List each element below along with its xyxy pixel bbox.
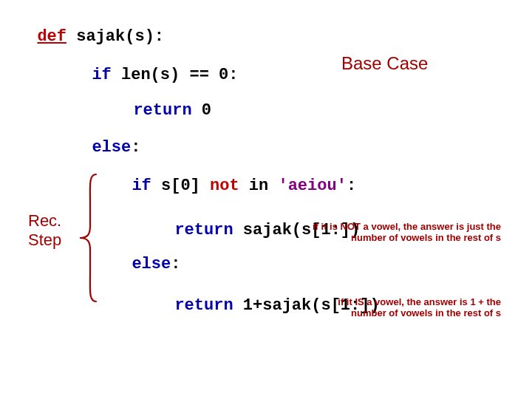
code-line-2: if len(s) == 0: [72, 47, 238, 84]
kw-if: if [132, 177, 151, 195]
annot-rec-line2: Step [28, 231, 61, 249]
code-text: sajak(s): [66, 27, 164, 46]
code-text: : [347, 177, 356, 195]
brace-icon [75, 171, 100, 304]
annot-rec-step: Rec. Step [28, 211, 61, 250]
annot-base-case: Base Case [341, 53, 428, 74]
kw-else: else [92, 138, 131, 157]
code-text: : [171, 255, 180, 273]
code-line-3: return 0 [114, 83, 211, 120]
code-line-5: if s[0] not in 'aeiou': [112, 158, 356, 195]
code-text: len(s) == 0: [112, 66, 239, 84]
code-line-7: else: [112, 236, 180, 273]
kw-def: def [37, 27, 66, 46]
annot-note-is-vowel: if it IS a vowel, the answer is 1 + the … [301, 297, 501, 319]
code-text: : [131, 138, 140, 157]
code-text: 0 [192, 101, 211, 120]
code-line-4: else: [72, 120, 140, 157]
kw-return: return [174, 296, 233, 315]
string-literal: 'aeiou' [278, 177, 346, 195]
kw-not: not [210, 177, 239, 195]
annot-rec-line1: Rec. [28, 211, 61, 230]
code-line-1: def sajak(s): [18, 9, 164, 46]
kw-if: if [92, 66, 111, 84]
code-text: in [239, 177, 279, 195]
code-text: s[0] [151, 177, 210, 195]
annot-note-not-vowel: if it is NOT a vowel, the answer is just… [301, 222, 501, 244]
kw-return: return [174, 221, 233, 239]
kw-return: return [133, 101, 191, 120]
kw-else: else [132, 255, 171, 273]
